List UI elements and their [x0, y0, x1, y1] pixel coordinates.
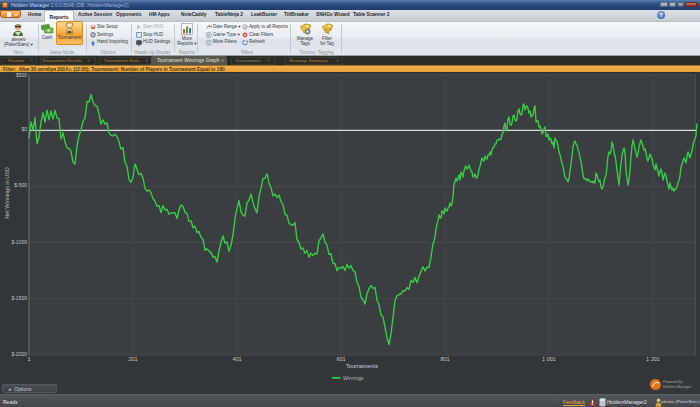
svg-text:1 201: 1 201 — [646, 356, 660, 362]
svg-text:1: 1 — [27, 356, 30, 362]
svg-text:801: 801 — [440, 356, 449, 362]
svg-text:$-2000: $-2000 — [11, 351, 27, 357]
svg-text:401: 401 — [232, 356, 241, 362]
svg-text:$-1000: $-1000 — [11, 239, 27, 245]
svg-text:Powered By: Powered By — [663, 380, 683, 384]
svg-text:601: 601 — [336, 356, 345, 362]
svg-text:1 001: 1 001 — [542, 356, 556, 362]
svg-text:Hold'em Manager: Hold'em Manager — [663, 385, 692, 389]
svg-text:Winnings: Winnings — [343, 375, 364, 381]
svg-text:201: 201 — [128, 356, 137, 362]
svg-text:$-1500: $-1500 — [11, 295, 27, 301]
svg-text:Net Winnings in USD: Net Winnings in USD — [4, 167, 10, 219]
svg-text:$0: $0 — [21, 126, 27, 132]
svg-text:Tournaments: Tournaments — [346, 363, 378, 369]
svg-text:$-500: $-500 — [14, 182, 27, 188]
svg-text:$500: $500 — [16, 72, 27, 78]
